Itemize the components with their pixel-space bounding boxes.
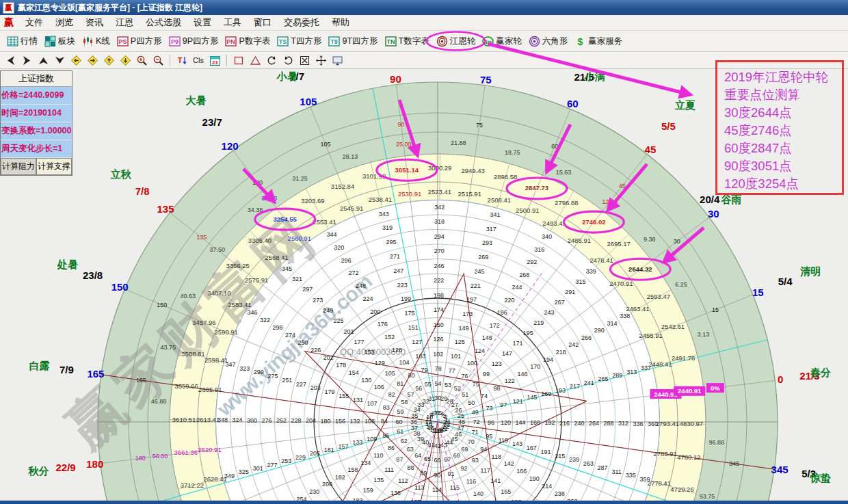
svg-text:5/4: 5/4 bbox=[778, 276, 793, 287]
svg-text:195: 195 bbox=[523, 330, 533, 336]
toolbar-item-service[interactable]: $赢家服务 bbox=[572, 34, 625, 49]
tool-diamond-down-icon[interactable] bbox=[118, 53, 133, 67]
tool-nav-up-icon[interactable] bbox=[36, 53, 51, 67]
svg-text:133: 133 bbox=[352, 439, 362, 446]
menu-item[interactable]: 江恩 bbox=[109, 15, 140, 30]
toolbar-item-sectors[interactable]: 板块 bbox=[42, 34, 78, 49]
tool-rotate-cw-icon[interactable] bbox=[264, 53, 279, 67]
tool-nav-right-icon[interactable] bbox=[19, 53, 34, 67]
menu-bar: 赢 文件浏览资讯江恩公式选股设置工具窗口交易委托帮助 bbox=[0, 15, 848, 31]
toolbar-item-hexagon[interactable]: 六角形 bbox=[526, 34, 571, 49]
svg-text:惊蛰: 惊蛰 bbox=[810, 472, 831, 483]
svg-text:323: 323 bbox=[239, 365, 250, 372]
menu-item[interactable]: 帮助 bbox=[326, 15, 356, 30]
menu-item[interactable]: 资讯 bbox=[79, 15, 109, 30]
svg-text:谷雨: 谷雨 bbox=[721, 194, 742, 205]
toolbar-item-gann-wheel[interactable]: 江恩轮 bbox=[434, 34, 479, 49]
svg-text:272: 272 bbox=[348, 269, 358, 276]
svg-text:245: 245 bbox=[475, 268, 485, 275]
tool-price-axis-icon[interactable]: T bbox=[174, 53, 189, 67]
svg-text:2463.41: 2463.41 bbox=[626, 305, 649, 313]
svg-text:146: 146 bbox=[518, 371, 528, 377]
toolbar-separator bbox=[170, 55, 170, 66]
svg-text:79: 79 bbox=[421, 367, 427, 373]
toolbar-item-kline[interactable]: K线 bbox=[79, 34, 113, 49]
tool-triangle-tool-icon[interactable] bbox=[248, 53, 263, 67]
tool-select-box-icon[interactable] bbox=[297, 53, 312, 67]
tool-zoom-in-icon[interactable] bbox=[134, 53, 149, 67]
svg-text:85: 85 bbox=[382, 432, 389, 439]
tool-square-tool-icon[interactable] bbox=[231, 53, 246, 67]
menu-item[interactable]: 设置 bbox=[187, 15, 217, 30]
svg-text:294: 294 bbox=[434, 233, 445, 240]
menu-item[interactable]: 交易委托 bbox=[278, 15, 326, 30]
svg-text:220: 220 bbox=[505, 297, 515, 304]
service-icon: $ bbox=[574, 36, 586, 47]
tool-rotate-ccw-icon[interactable] bbox=[280, 53, 295, 67]
tool-diamond-right-icon[interactable] bbox=[85, 53, 100, 67]
svg-text:128: 128 bbox=[392, 347, 402, 354]
toolbar-item-pn-badge[interactable]: PNP数字表 bbox=[222, 34, 273, 49]
toolbar-item-t9-badge[interactable]: T99T四方形 bbox=[326, 34, 380, 49]
svg-text:2793.41: 2793.41 bbox=[656, 420, 679, 427]
svg-text:127: 127 bbox=[412, 339, 422, 345]
tool-calendar-icon[interactable]: 21 bbox=[207, 53, 222, 67]
menu-item[interactable]: 文件 bbox=[19, 15, 49, 30]
svg-text:57: 57 bbox=[407, 391, 414, 398]
svg-text:135: 135 bbox=[196, 234, 207, 241]
toolbar-item-ps-badge[interactable]: PSP四方形 bbox=[114, 34, 165, 49]
tool-screen-icon[interactable] bbox=[330, 53, 345, 67]
svg-text:320: 320 bbox=[334, 244, 344, 251]
menu-item[interactable]: 窗口 bbox=[248, 15, 278, 30]
menu-item[interactable]: 公式选股 bbox=[140, 15, 187, 30]
svg-text:2746.02: 2746.02 bbox=[582, 218, 605, 226]
svg-text:144: 144 bbox=[515, 419, 525, 426]
svg-text:156: 156 bbox=[335, 418, 345, 425]
svg-text:270: 270 bbox=[434, 248, 445, 254]
toolbar-item-winner-wheel[interactable]: Big赢家轮 bbox=[479, 34, 525, 49]
toolbar-item-p9-badge[interactable]: P99P四方形 bbox=[166, 34, 222, 49]
svg-text:298: 298 bbox=[273, 324, 283, 331]
sectors-icon bbox=[44, 36, 56, 47]
svg-text:3305.40: 3305.40 bbox=[248, 237, 271, 244]
tool-nav-left-icon[interactable] bbox=[3, 53, 18, 67]
svg-text:199: 199 bbox=[401, 295, 411, 302]
svg-text:小满: 小满 bbox=[584, 70, 605, 82]
calc-support-button[interactable]: 计算支撑 bbox=[36, 158, 72, 175]
svg-text:29: 29 bbox=[440, 395, 447, 402]
svg-text:271: 271 bbox=[390, 253, 400, 260]
svg-text:175: 175 bbox=[404, 310, 414, 317]
svg-text:4830.97: 4830.97 bbox=[680, 420, 703, 427]
main-toolbar: 行情板块K线PSP四方形P99P四方形PNP数字表TST四方形T99T四方形TN… bbox=[0, 31, 848, 52]
svg-text:66: 66 bbox=[434, 457, 440, 464]
svg-text:99: 99 bbox=[483, 371, 490, 377]
svg-text:218: 218 bbox=[556, 349, 566, 356]
menu-item[interactable]: 工具 bbox=[217, 15, 248, 30]
svg-text:2530.91: 2530.91 bbox=[398, 190, 421, 198]
svg-text:6.25: 6.25 bbox=[675, 281, 687, 288]
svg-text:150: 150 bbox=[157, 302, 167, 308]
svg-text:300: 300 bbox=[247, 417, 257, 424]
calendar-icon: 21 bbox=[209, 55, 221, 66]
window-title: 赢家江恩专业版[赢家服务平台] - [上证指数 江恩轮] bbox=[18, 2, 202, 14]
svg-text:178: 178 bbox=[336, 362, 346, 369]
svg-text:94: 94 bbox=[480, 446, 487, 453]
svg-text:287: 287 bbox=[597, 464, 607, 471]
svg-text:140: 140 bbox=[473, 490, 483, 497]
tool-nav-down-icon[interactable] bbox=[52, 53, 67, 67]
calc-resistance-button[interactable]: 计算阻力 bbox=[1, 158, 36, 175]
svg-text:297: 297 bbox=[302, 286, 313, 293]
toolbar-item-ts-badge[interactable]: TST四方形 bbox=[274, 34, 324, 49]
menu-item[interactable]: 浏览 bbox=[49, 15, 79, 30]
tool-diamond-up-icon[interactable] bbox=[101, 53, 116, 67]
svg-text:54: 54 bbox=[434, 380, 441, 387]
tool-zoom-out-icon[interactable] bbox=[150, 53, 165, 67]
toolbar-item-quotes-table[interactable]: 行情 bbox=[4, 34, 40, 49]
svg-text:238: 238 bbox=[555, 490, 565, 497]
tool-diamond-left-icon[interactable] bbox=[68, 53, 83, 67]
toolbar-item-label: T四方形 bbox=[291, 36, 321, 47]
cls-button[interactable]: Cls bbox=[191, 53, 206, 67]
tool-move-crosshair-icon[interactable] bbox=[313, 53, 328, 67]
svg-text:120: 120 bbox=[252, 179, 263, 186]
toolbar-item-tn-badge[interactable]: TNT数字表 bbox=[382, 34, 432, 49]
